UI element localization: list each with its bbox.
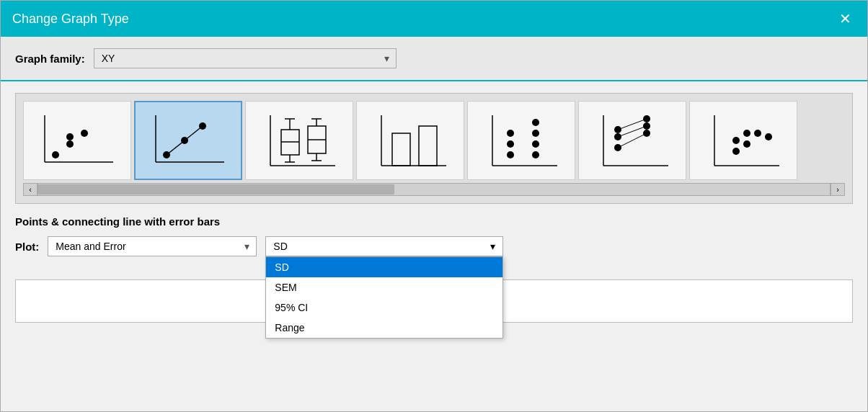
thumbnail-scatter-icon [34, 108, 120, 173]
thumbnail-box-icon [256, 108, 342, 173]
close-button[interactable]: ✕ [834, 8, 856, 30]
svg-point-56 [765, 133, 772, 140]
svg-point-38 [532, 130, 539, 137]
thumbnail-scatter-right-icon [700, 108, 787, 173]
svg-point-35 [507, 130, 514, 137]
svg-rect-29 [392, 133, 410, 166]
svg-point-4 [66, 133, 74, 140]
graph-family-label: Graph family: [15, 53, 85, 65]
svg-point-57 [732, 137, 740, 144]
svg-point-33 [507, 151, 514, 158]
svg-point-54 [743, 140, 750, 148]
svg-point-39 [532, 119, 539, 126]
scroll-track[interactable] [37, 183, 831, 196]
scroll-bar: ‹ › [23, 183, 845, 196]
plot-select[interactable]: Mean and Error Median and Range Individu… [48, 236, 257, 256]
error-dropdown-value: SD [273, 241, 287, 252]
svg-rect-30 [419, 126, 437, 166]
thumbnail-dot-icon [478, 108, 564, 173]
svg-point-34 [507, 140, 514, 148]
graph-family-row: Graph family: XY Column Bar Grouped Part… [1, 37, 867, 81]
scroll-thumb[interactable] [38, 184, 394, 194]
graph-family-select[interactable]: XY Column Bar Grouped Parts of whole Mul… [94, 48, 397, 68]
plot-select-wrapper: Mean and Error Median and Range Individu… [48, 236, 257, 256]
svg-point-55 [754, 130, 761, 137]
thumbnail-scatter[interactable] [23, 101, 131, 180]
svg-point-5 [81, 130, 88, 137]
error-option-sd[interactable]: SD [266, 257, 502, 277]
svg-point-3 [66, 140, 74, 148]
thumbnail-bar-icon [367, 108, 453, 173]
title-bar: Change Graph Type ✕ [1, 1, 867, 37]
svg-point-12 [199, 122, 206, 130]
thumbnails-container: ‹ › [15, 93, 853, 204]
error-dropdown-container: SD ▾ SD SEM 95% CI Range [265, 236, 503, 256]
plot-label: Plot: [15, 241, 39, 253]
svg-point-2 [52, 151, 59, 158]
error-option-range[interactable]: Range [266, 318, 502, 338]
scroll-right-button[interactable]: › [831, 183, 845, 196]
thumbnail-dot[interactable] [467, 101, 575, 180]
graph-thumbnails [23, 101, 845, 180]
thumbnail-line-error[interactable] [134, 101, 242, 180]
thumbnail-scatter-right[interactable] [689, 101, 797, 180]
plot-row: Plot: Mean and Error Median and Range In… [15, 236, 853, 256]
svg-point-11 [181, 137, 188, 144]
thumbnail-bar[interactable] [356, 101, 464, 180]
change-graph-type-dialog: Change Graph Type ✕ Graph family: XY Col… [0, 0, 868, 412]
svg-point-58 [743, 130, 750, 137]
svg-point-10 [163, 151, 170, 158]
content-area: ‹ › Points & connecting line with error … [1, 81, 867, 411]
error-dropdown-trigger[interactable]: SD ▾ [265, 236, 503, 256]
section-title: Points & connecting line with error bars [15, 215, 853, 228]
dialog-title: Change Graph Type [12, 12, 129, 27]
graph-family-select-wrapper: XY Column Bar Grouped Parts of whole Mul… [94, 48, 397, 68]
thumbnail-box-plot[interactable] [245, 101, 353, 180]
error-option-95ci[interactable]: 95% CI [266, 297, 502, 318]
svg-point-37 [532, 140, 539, 148]
svg-point-36 [532, 151, 539, 158]
error-dropdown-arrow: ▾ [490, 241, 495, 252]
thumbnail-before-after-icon [589, 108, 676, 173]
svg-point-53 [732, 148, 740, 155]
scroll-left-button[interactable]: ‹ [23, 183, 37, 196]
error-dropdown-list: SD SEM 95% CI Range [265, 256, 503, 339]
error-option-sem[interactable]: SEM [266, 277, 502, 297]
thumbnail-line-error-icon [145, 108, 231, 173]
thumbnail-before-after[interactable] [578, 101, 686, 180]
